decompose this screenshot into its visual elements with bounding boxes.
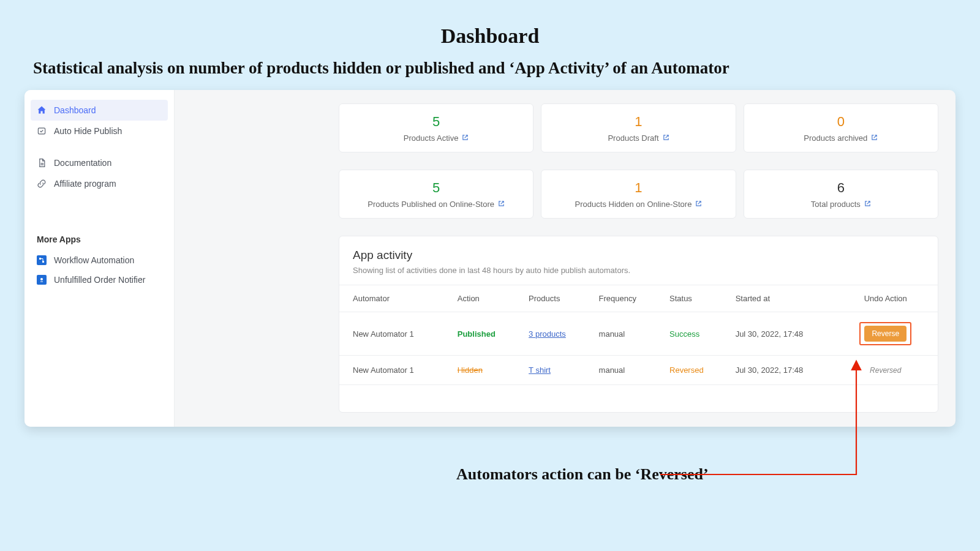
cell-status: Reversed	[669, 365, 704, 375]
main-content: 5 Products Active 1 Products Draft	[175, 90, 956, 427]
sidebar-item-dashboard[interactable]: Dashboard	[31, 100, 168, 121]
external-link-icon	[695, 200, 702, 209]
th-action: Action	[450, 285, 521, 312]
loop-icon	[37, 126, 47, 136]
cell-frequency: manual	[592, 312, 662, 356]
sidebar: Dashboard Auto Hide Publish Documentatio…	[24, 90, 175, 427]
th-products: Products	[521, 285, 591, 312]
stats-row-1: 5 Products Active 1 Products Draft	[339, 103, 938, 152]
sidebar-item-label: Documentation	[54, 158, 111, 168]
more-apps-title: More Apps	[37, 234, 168, 244]
activity-table: Automator Action Products Frequency Stat…	[339, 285, 938, 412]
stat-card-published-online[interactable]: 5 Products Published on Online-Store	[339, 170, 533, 219]
cell-action: Published	[458, 329, 496, 339]
stat-card-total-products[interactable]: 6 Total products	[744, 170, 938, 219]
table-spacer	[339, 385, 938, 412]
svg-rect-1	[39, 258, 41, 260]
sidebar-item-label: Auto Hide Publish	[54, 126, 122, 136]
stat-card-products-active[interactable]: 5 Products Active	[339, 103, 533, 152]
products-link[interactable]: T shirt	[529, 365, 551, 375]
stat-card-hidden-online[interactable]: 1 Products Hidden on Online-Store	[541, 170, 736, 219]
products-link[interactable]: 3 products	[529, 329, 566, 339]
cell-status: Success	[669, 329, 699, 339]
table-row: New Automator 1 Published 3 products man…	[339, 312, 938, 356]
cell-frequency: manual	[592, 356, 662, 385]
stat-label: Total products	[811, 200, 871, 209]
external-link-icon	[462, 133, 469, 143]
home-icon	[37, 105, 47, 115]
stat-label: Products Hidden on Online-Store	[575, 200, 703, 209]
doc-icon	[37, 158, 47, 168]
th-started: Started at	[728, 285, 840, 312]
sidebar-item-affiliate[interactable]: Affiliate program	[31, 173, 168, 194]
app-shell: Dashboard Auto Hide Publish Documentatio…	[24, 90, 956, 427]
stat-card-products-draft[interactable]: 1 Products Draft	[541, 103, 736, 152]
sidebar-item-label: Affiliate program	[54, 179, 116, 189]
stat-label: Products Active	[404, 133, 469, 143]
stat-card-products-archived[interactable]: 0 Products archived	[744, 103, 938, 152]
th-automator: Automator	[339, 285, 450, 312]
stats-row-2: 5 Products Published on Online-Store 1 P…	[339, 170, 938, 219]
sidebar-app-workflow[interactable]: Workflow Automation	[31, 250, 168, 270]
svg-point-3	[40, 278, 43, 280]
sidebar-app-label: Workflow Automation	[54, 255, 134, 265]
stat-value: 1	[548, 180, 729, 196]
table-row: New Automator 1 Hidden T shirt manual Re…	[339, 356, 938, 385]
sidebar-app-notifier[interactable]: Unfulfilled Order Notifier	[31, 270, 168, 290]
cell-automator: New Automator 1	[339, 312, 450, 356]
activity-title: App activity	[353, 249, 924, 262]
link-icon	[37, 179, 47, 189]
sidebar-item-documentation[interactable]: Documentation	[31, 152, 168, 173]
stat-value: 0	[750, 114, 932, 130]
stat-label: Products archived	[804, 133, 878, 143]
workflow-icon	[37, 255, 47, 265]
external-link-icon	[864, 200, 871, 209]
external-link-icon	[871, 133, 878, 143]
stat-value: 6	[750, 180, 932, 196]
sidebar-item-label: Dashboard	[54, 105, 96, 115]
cell-started: Jul 30, 2022, 17:48	[728, 312, 840, 356]
callout-text: Automators action can be ‘Reversed’	[456, 465, 709, 484]
notifier-icon	[37, 275, 47, 285]
activity-desc: Showing list of activities done in last …	[353, 266, 924, 275]
reverse-button[interactable]: Reverse	[864, 326, 907, 342]
th-status: Status	[662, 285, 728, 312]
sidebar-item-auto-hide[interactable]: Auto Hide Publish	[31, 121, 168, 141]
page-subtitle: Statistical analysis on number of produc…	[24, 59, 956, 78]
stat-label: Products Published on Online-Store	[368, 200, 505, 209]
stat-value: 5	[345, 180, 527, 196]
page-title: Dashboard	[24, 24, 956, 48]
th-undo: Undo Action	[840, 285, 938, 312]
app-activity-card: App activity Showing list of activities …	[339, 236, 938, 413]
stat-label: Products Draft	[608, 133, 669, 143]
stat-value: 5	[345, 114, 527, 130]
cell-undo-text: Reversed	[870, 366, 901, 375]
cell-started: Jul 30, 2022, 17:48	[728, 356, 840, 385]
reverse-highlight-box: Reverse	[859, 322, 911, 345]
th-frequency: Frequency	[592, 285, 662, 312]
stat-value: 1	[548, 114, 729, 130]
cell-automator: New Automator 1	[339, 356, 450, 385]
cell-action: Hidden	[458, 365, 483, 375]
external-link-icon	[663, 133, 669, 143]
external-link-icon	[498, 200, 505, 209]
sidebar-app-label: Unfulfilled Order Notifier	[54, 275, 145, 285]
